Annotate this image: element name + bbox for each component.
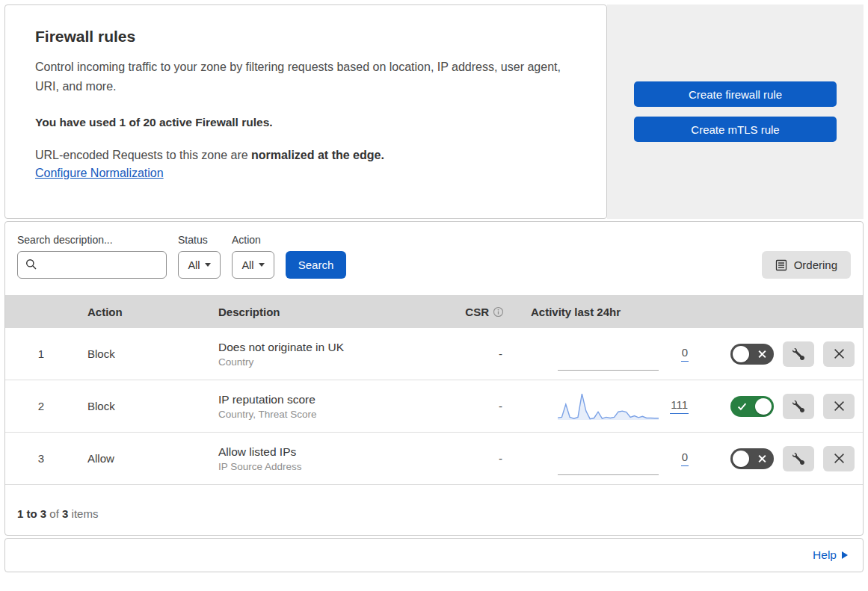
table-row: 1 Block Does not originate in UK Country… — [5, 328, 863, 380]
search-icon — [25, 259, 37, 270]
column-header-csr: CSR — [432, 306, 507, 318]
pagination-total: 3 — [62, 507, 68, 520]
csr-header-label: CSR — [465, 306, 489, 318]
table-row: 2 Block IP reputation score Country, Thr… — [5, 380, 863, 433]
toggle-check-icon — [737, 401, 747, 411]
rule-action: Allow — [77, 452, 208, 465]
filter-bar: Search description... Status All Action … — [5, 222, 863, 295]
action-dropdown[interactable]: All — [232, 251, 274, 279]
edit-rule-button[interactable] — [783, 446, 814, 471]
pagination-summary: 1 to 3 of 3 items — [5, 485, 863, 535]
header-section: Firewall rules Control incoming traffic … — [4, 4, 864, 219]
pagination-range: 1 to 3 — [17, 507, 46, 520]
rule-number: 3 — [5, 452, 77, 465]
toggle-knob — [733, 451, 749, 467]
rule-action: Block — [77, 400, 208, 412]
delete-rule-button[interactable] — [823, 446, 855, 471]
rule-controls — [701, 446, 863, 471]
action-label: Action — [232, 234, 274, 246]
rules-list-card: Search description... Status All Action … — [4, 221, 864, 536]
status-dropdown-value: All — [188, 259, 200, 271]
column-header-description: Description — [208, 306, 432, 318]
rule-csr: - — [432, 452, 507, 465]
delete-rule-button[interactable] — [823, 394, 855, 419]
rule-activity: 111 — [507, 390, 701, 423]
rule-description-fields: IP Source Address — [218, 461, 432, 472]
ordering-button[interactable]: Ordering — [762, 251, 851, 279]
rule-description-fields: Country — [218, 356, 432, 368]
help-link[interactable]: Help — [813, 548, 848, 562]
rule-description: Does not originate in UK Country — [208, 341, 432, 368]
delete-rule-button[interactable] — [823, 341, 855, 367]
rule-description-fields: Country, Threat Score — [218, 409, 432, 420]
search-label: Search description... — [17, 234, 167, 246]
info-icon[interactable] — [493, 306, 504, 318]
table-row: 3 Allow Allow listed IPs IP Source Addre… — [5, 433, 863, 485]
usage-summary: You have used 1 of 20 active Firewall ru… — [35, 116, 576, 129]
wrench-icon — [792, 453, 804, 465]
edit-rule-button[interactable] — [783, 394, 814, 419]
ordering-button-label: Ordering — [794, 259, 837, 271]
activity-sparkline-flat — [558, 338, 659, 371]
pagination-items: items — [72, 507, 99, 520]
rule-action: Block — [77, 347, 208, 360]
rule-description: Allow listed IPs IP Source Address — [208, 445, 432, 472]
activity-count-link[interactable]: 111 — [670, 398, 689, 414]
normalization-note-text: URL-encoded Requests to this zone are — [35, 149, 251, 161]
activity-sparkline-flat — [558, 442, 659, 475]
wrench-icon — [792, 400, 804, 412]
help-bar: Help — [4, 538, 864, 572]
column-header-activity: Activity last 24hr — [507, 306, 701, 318]
search-input[interactable] — [17, 251, 167, 279]
create-mtls-rule-button[interactable]: Create mTLS rule — [634, 117, 837, 142]
enable-toggle[interactable] — [730, 396, 774, 417]
rule-description-title: IP reputation score — [218, 393, 432, 406]
close-icon — [834, 400, 845, 412]
table-header: Action Description CSR Activity last 24h… — [5, 295, 863, 328]
activity-count-link[interactable]: 0 — [681, 451, 689, 466]
action-filter-group: Action All — [232, 234, 274, 279]
toggle-x-icon — [757, 454, 767, 463]
action-dropdown-value: All — [241, 259, 253, 271]
create-firewall-rule-button[interactable]: Create firewall rule — [634, 81, 837, 107]
close-icon — [834, 453, 845, 464]
help-link-label: Help — [813, 548, 837, 562]
rule-description-title: Allow listed IPs — [218, 445, 432, 459]
wrench-icon — [792, 348, 804, 360]
arrow-right-icon — [842, 551, 848, 559]
rule-controls — [701, 341, 863, 367]
enable-toggle[interactable] — [730, 344, 774, 365]
status-filter-group: Status All — [178, 234, 221, 279]
activity-count-link[interactable]: 0 — [681, 346, 689, 362]
search-button[interactable]: Search — [286, 251, 346, 279]
rule-description-title: Does not originate in UK — [218, 341, 432, 354]
activity-sparkline — [558, 390, 659, 423]
rule-controls — [701, 394, 863, 419]
pagination-of: of — [49, 507, 59, 520]
configure-normalization-link[interactable]: Configure Normalization — [35, 167, 164, 180]
rule-csr: - — [432, 347, 507, 360]
status-dropdown[interactable]: All — [178, 251, 221, 279]
normalization-note-bold: normalized at the edge. — [251, 149, 384, 161]
toggle-knob — [755, 398, 772, 415]
column-header-action: Action — [77, 306, 208, 318]
enable-toggle[interactable] — [730, 448, 774, 469]
toggle-x-icon — [757, 349, 767, 359]
intro-card: Firewall rules Control incoming traffic … — [4, 4, 607, 219]
rule-activity: 0 — [507, 338, 701, 371]
rule-description: IP reputation score Country, Threat Scor… — [208, 393, 432, 420]
search-group: Search description... — [17, 234, 167, 279]
list-ordering-icon — [775, 259, 787, 271]
normalization-note: URL-encoded Requests to this zone are no… — [35, 149, 576, 162]
rule-csr: - — [432, 400, 507, 412]
chevron-down-icon — [259, 263, 265, 267]
page-description: Control incoming traffic to your zone by… — [35, 58, 573, 96]
rule-number: 1 — [5, 347, 77, 360]
edit-rule-button[interactable] — [783, 341, 814, 367]
cta-panel: Create firewall rule Create mTLS rule — [607, 4, 864, 219]
chevron-down-icon — [205, 263, 211, 267]
toggle-knob — [733, 346, 749, 362]
page-title: Firewall rules — [35, 28, 576, 46]
status-label: Status — [178, 234, 221, 246]
rule-activity: 0 — [507, 442, 701, 475]
